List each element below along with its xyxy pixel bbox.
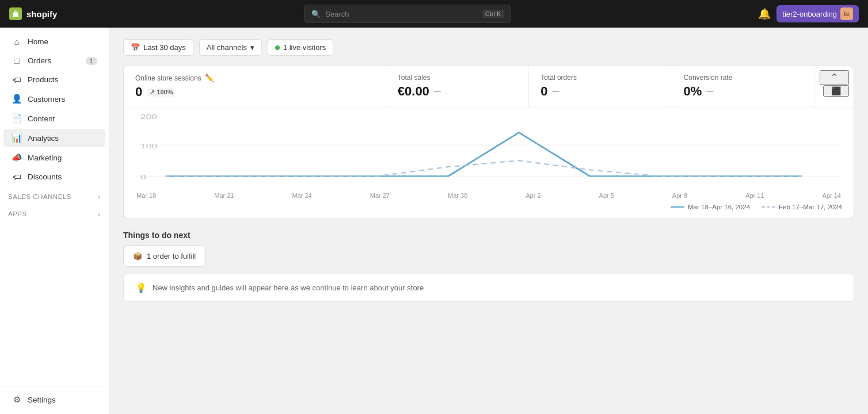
- export-button[interactable]: ⬛: [823, 85, 849, 97]
- total-orders-sub: —: [552, 87, 559, 95]
- apps-chevron-icon: ›: [98, 209, 101, 218]
- legend-current: Mar 18–Apr 16, 2024: [671, 204, 750, 210]
- content-icon: 📄: [12, 113, 22, 124]
- shopify-logo: shopify: [9, 7, 57, 20]
- things-to-do-section: Things to do next 📦 1 order to fulfill 💡…: [123, 231, 854, 302]
- chart-area: 200 100 0 Mar 18 Mar 21 Mar 24 Mar 27 Ma…: [124, 108, 854, 218]
- sidebar-item-settings[interactable]: ⚙ Settings: [3, 390, 105, 409]
- calendar-icon: 📅: [131, 43, 140, 52]
- things-to-do-title: Things to do next: [123, 231, 854, 240]
- filter-bar: 📅 Last 30 days All channels ▾ 1 live vis…: [123, 39, 854, 56]
- search-bar[interactable]: 🔍 Search Ctrl K: [304, 5, 511, 23]
- live-visitors-button[interactable]: 1 live visitors: [268, 39, 333, 56]
- topbar: shopify 🔍 Search Ctrl K 🔔 tier2-onboardi…: [0, 0, 868, 28]
- notification-bell-button[interactable]: 🔔: [758, 7, 771, 20]
- products-icon: 🏷: [12, 75, 22, 85]
- analytics-icon: 📊: [12, 133, 22, 143]
- chart-label-7: Apr 8: [672, 192, 687, 199]
- chart-label-9: Apr 14: [823, 192, 841, 199]
- sidebar: ⌂ Home □ Orders 1 🏷 Products 👤 Customers…: [0, 28, 109, 414]
- orders-badge: 1: [86, 57, 97, 65]
- online-sessions-value: 0: [135, 85, 142, 99]
- search-icon: 🔍: [311, 10, 321, 18]
- chart-svg: 200 100 0: [135, 114, 842, 189]
- legend-current-line: [671, 206, 684, 208]
- apps-label: Apps: [8, 210, 27, 217]
- main-content: 📅 Last 30 days All channels ▾ 1 live vis…: [109, 28, 868, 414]
- marketing-icon: 📣: [12, 152, 22, 163]
- sidebar-item-label: Discounts: [28, 172, 62, 181]
- sidebar-item-products[interactable]: 🏷 Products: [3, 71, 105, 89]
- total-sales-value: €0.00: [398, 84, 429, 99]
- channels-label: All channels: [207, 43, 247, 52]
- sales-channels-section[interactable]: Sales channels ›: [0, 186, 109, 204]
- apps-section[interactable]: Apps ›: [0, 204, 109, 221]
- chart-label-2: Mar 24: [292, 192, 312, 199]
- fulfill-order-label: 1 order to fulfill: [147, 252, 196, 260]
- stats-header: Online store sessions ✏️ 0 ↗ 100% Total …: [124, 66, 854, 108]
- svg-text:200: 200: [140, 114, 157, 120]
- legend-previous: Feb 17–Mar 17, 2024: [762, 204, 842, 210]
- legend-previous-line: [762, 206, 775, 208]
- sidebar-bottom: ⚙ Settings: [0, 386, 109, 409]
- sidebar-item-orders[interactable]: □ Orders 1: [3, 52, 105, 70]
- sidebar-item-discounts[interactable]: 🏷 Discounts: [3, 168, 105, 186]
- sidebar-item-label: Analytics: [28, 134, 59, 143]
- box-icon: 📦: [133, 252, 142, 260]
- sidebar-item-marketing[interactable]: 📣 Marketing: [3, 148, 105, 167]
- svg-text:100: 100: [140, 143, 157, 150]
- sidebar-item-analytics[interactable]: 📊 Analytics: [3, 129, 105, 147]
- sidebar-item-label: Products: [28, 75, 58, 84]
- channels-filter-button[interactable]: All channels ▾: [199, 39, 262, 56]
- chart-legend: Mar 18–Apr 16, 2024 Feb 17–Mar 17, 2024: [135, 199, 842, 213]
- live-visitors-label: 1 live visitors: [283, 43, 326, 52]
- collapse-button[interactable]: ⌃: [820, 70, 849, 85]
- total-sales-stat: Total sales €0.00 —: [386, 66, 529, 108]
- total-orders-value: 0: [540, 84, 547, 99]
- avatar: te: [840, 7, 853, 20]
- total-orders-stat: Total orders 0 —: [529, 66, 672, 108]
- chart-label-1: Mar 21: [214, 192, 234, 199]
- online-sessions-label: Online store sessions: [135, 74, 201, 82]
- total-sales-sub: —: [434, 87, 441, 95]
- insights-bar: 💡 New insights and guides will appear he…: [123, 274, 854, 302]
- stats-card: Online store sessions ✏️ 0 ↗ 100% Total …: [123, 65, 854, 219]
- sidebar-item-content[interactable]: 📄 Content: [3, 109, 105, 128]
- chart-label-8: Apr 11: [745, 192, 764, 199]
- conversion-rate-sub: —: [706, 87, 713, 95]
- legend-previous-label: Feb 17–Mar 17, 2024: [779, 204, 842, 210]
- sales-channels-label: Sales channels: [8, 193, 71, 200]
- sidebar-item-customers[interactable]: 👤 Customers: [3, 90, 105, 108]
- chart-label-4: Mar 30: [448, 192, 467, 199]
- chart-label-3: Mar 27: [370, 192, 390, 199]
- sidebar-item-home[interactable]: ⌂ Home: [3, 33, 105, 51]
- legend-current-label: Mar 18–Apr 16, 2024: [688, 204, 750, 210]
- live-dot-icon: [275, 45, 280, 50]
- online-sessions-stat: Online store sessions ✏️ 0 ↗ 100%: [124, 66, 386, 108]
- layout: ⌂ Home □ Orders 1 🏷 Products 👤 Customers…: [0, 28, 868, 414]
- total-sales-label: Total sales: [398, 74, 431, 82]
- chart-label-5: Apr 2: [526, 192, 540, 199]
- discounts-icon: 🏷: [12, 172, 22, 182]
- online-sessions-sub: ↗ 100%: [147, 88, 176, 97]
- topbar-right: 🔔 tier2-onboarding te: [758, 5, 859, 22]
- fulfill-order-button[interactable]: 📦 1 order to fulfill: [123, 246, 205, 267]
- sidebar-item-label: Marketing: [28, 154, 62, 162]
- insights-text: New insights and guides will appear here…: [153, 283, 424, 292]
- sales-channels-chevron-icon: ›: [98, 192, 101, 201]
- card-actions: ⌃ ⬛: [815, 66, 854, 108]
- lightbulb-icon: 💡: [135, 282, 147, 293]
- home-icon: ⌂: [12, 37, 22, 47]
- edit-icon[interactable]: ✏️: [205, 74, 214, 82]
- search-shortcut: Ctrl K: [482, 10, 504, 18]
- sidebar-item-label: Orders: [28, 56, 51, 65]
- chart-x-labels: Mar 18 Mar 21 Mar 24 Mar 27 Mar 30 Apr 2…: [135, 192, 842, 199]
- chart-label-0: Mar 18: [136, 192, 156, 199]
- sidebar-item-label: Home: [28, 37, 48, 46]
- avatar-initials: te: [844, 10, 850, 17]
- sidebar-item-label: Content: [28, 114, 55, 123]
- date-range-button[interactable]: 📅 Last 30 days: [123, 39, 193, 56]
- customers-icon: 👤: [12, 94, 22, 104]
- total-orders-label: Total orders: [540, 74, 577, 82]
- user-account-button[interactable]: tier2-onboarding te: [776, 5, 859, 22]
